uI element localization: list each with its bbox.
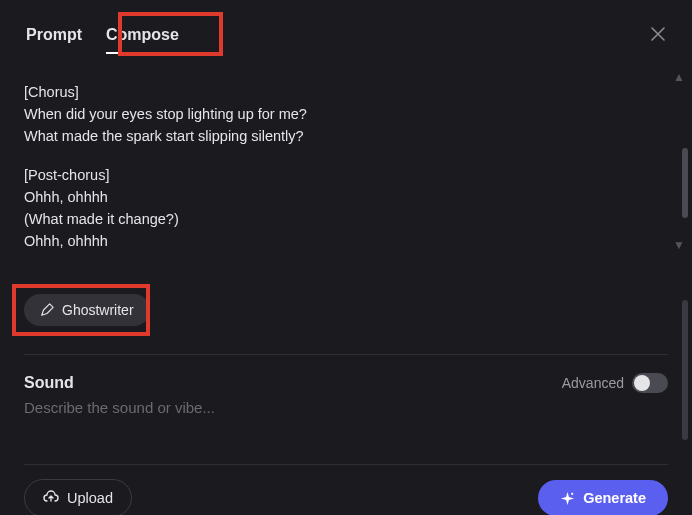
lyrics-scrollbar[interactable] [682,148,688,218]
upload-label: Upload [67,490,113,506]
tab-compose[interactable]: Compose [104,20,181,54]
header: Prompt Compose [24,20,668,54]
advanced-toggle-wrap: Advanced [562,373,668,393]
scroll-up-arrow[interactable]: ▲ [673,70,685,84]
generate-label: Generate [583,490,646,506]
advanced-label: Advanced [562,375,624,391]
scroll-down-arrow[interactable]: ▼ [673,238,685,252]
tabs: Prompt Compose [24,20,181,54]
lyrics-line: [Post-chorus] [24,165,668,187]
sound-input[interactable] [24,399,668,416]
pen-icon [40,303,54,317]
lyrics-line: Ohhh, ohhhh [24,187,668,209]
ghostwriter-label: Ghostwriter [62,302,134,318]
tab-prompt[interactable]: Prompt [24,20,84,54]
lyrics-line: What made the spark start slipping silen… [24,126,668,148]
sound-title: Sound [24,374,74,392]
sound-header: Sound Advanced [24,373,668,393]
toggle-knob [634,375,650,391]
lyrics-textarea[interactable]: [Chorus] When did your eyes stop lightin… [24,82,668,270]
lyrics-line: Ohhh, ohhhh [24,231,668,253]
cloud-upload-icon [43,490,59,506]
sparkle-icon [560,491,575,506]
close-icon[interactable] [648,24,668,44]
lyrics-line: When did your eyes stop lighting up for … [24,104,668,126]
advanced-toggle[interactable] [632,373,668,393]
ghostwriter-button[interactable]: Ghostwriter [24,294,150,326]
lyrics-line: (What made it change?) [24,209,668,231]
generate-button[interactable]: Generate [538,480,668,515]
divider [24,354,668,355]
svg-point-5 [571,492,573,494]
lyrics-line: [Chorus] [24,82,668,104]
footer: Upload Generate [24,464,668,515]
panel-scrollbar[interactable] [682,300,688,440]
upload-button[interactable]: Upload [24,479,132,515]
